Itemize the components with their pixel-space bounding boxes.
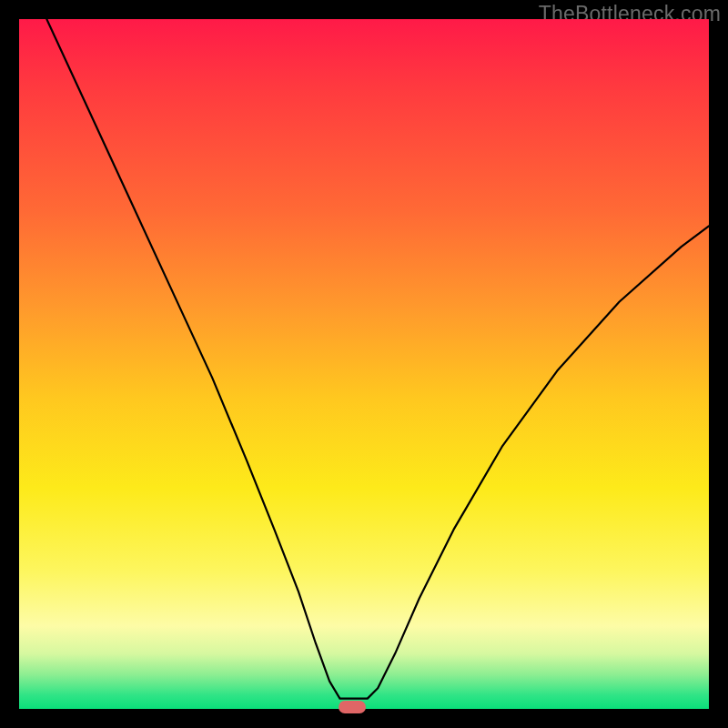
optimum-marker: [339, 701, 366, 713]
chart-container: TheBottleneck.com: [0, 0, 728, 728]
plot-area: [19, 19, 709, 709]
bottleneck-curve: [19, 19, 709, 709]
